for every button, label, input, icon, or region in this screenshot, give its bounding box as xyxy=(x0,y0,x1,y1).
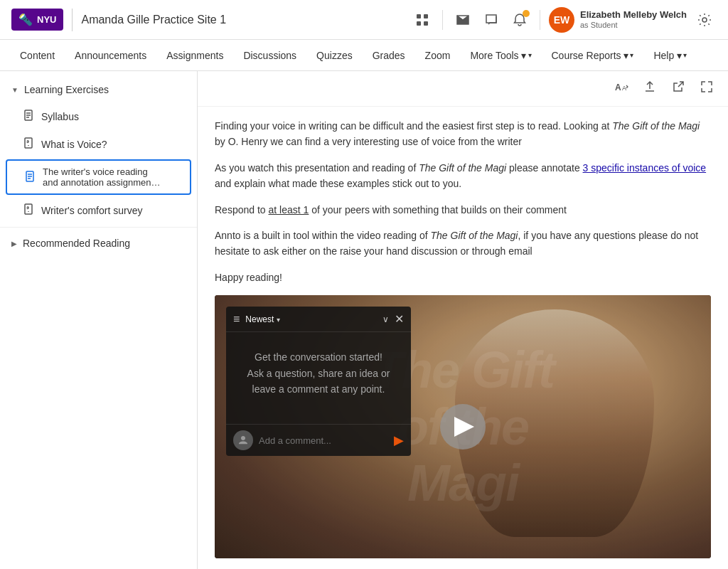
italic-2: The Gift of the Magi xyxy=(419,162,506,174)
sidebar-item-writers-voice[interactable]: The writer's voice readingand annotation… xyxy=(6,159,191,195)
svg-rect-6 xyxy=(25,138,32,148)
sidebar-item-comfort-survey[interactable]: Writer's comfort survey xyxy=(0,196,197,224)
sidebar-item-what-is-voice[interactable]: What is Voice? xyxy=(0,130,197,158)
user-avatar-icon xyxy=(237,434,250,447)
user-role: as Student xyxy=(580,21,687,30)
comments-header: ≡ Newest ▾ ∨ ✕ xyxy=(226,307,411,332)
grid-icon-button[interactable] xyxy=(411,9,434,31)
paragraph-2: As you watch this presentation and readi… xyxy=(215,160,711,192)
user-name: Elizabeth Melleby Welch xyxy=(580,9,687,21)
upload-icon-button[interactable] xyxy=(640,77,660,100)
svg-rect-1 xyxy=(424,14,428,18)
nav-more-tools[interactable]: More Tools ▾ xyxy=(461,40,540,71)
upload-icon xyxy=(643,80,657,94)
nyu-torch-icon: 🔦 xyxy=(18,13,33,26)
paragraph-5: Happy reading! xyxy=(215,270,711,285)
external-link-icon-button[interactable] xyxy=(668,77,688,100)
comments-body: Get the conversation started!Ask a quest… xyxy=(226,332,411,424)
chat-icon-button[interactable] xyxy=(480,9,503,31)
nyu-logo-text: NYU xyxy=(37,14,56,25)
nav-assignments[interactable]: Assignments xyxy=(158,40,232,71)
paragraph-3: Respond to at least 1 of your peers with… xyxy=(215,202,711,218)
comments-placeholder: Get the conversation started!Ask a quest… xyxy=(237,349,400,397)
fullscreen-icon-button[interactable] xyxy=(697,77,717,100)
nav-grades[interactable]: Grades xyxy=(364,40,414,71)
hamburger-icon: ≡ xyxy=(233,313,240,326)
fullscreen-icon xyxy=(700,80,714,94)
sort-dropdown-icon: ▾ xyxy=(277,316,280,324)
comments-header-left: ≡ Newest ▾ xyxy=(233,313,280,326)
sidebar-item-label-comfort-survey: Writer's comfort survey xyxy=(41,205,142,216)
content-body: Finding your voice in writing can be dif… xyxy=(198,107,728,569)
nyu-logo: 🔦 NYU xyxy=(11,9,63,31)
svg-text:A: A xyxy=(622,85,626,92)
play-triangle-icon xyxy=(454,417,474,437)
expand-arrow-icon: ▶ xyxy=(11,240,17,248)
text-size-icon: A A xyxy=(614,80,628,94)
nav-announcements[interactable]: Announcements xyxy=(66,40,155,71)
svg-rect-2 xyxy=(417,21,421,26)
comments-overlay: ≡ Newest ▾ ∨ ✕ xyxy=(226,307,411,456)
nav-zoom[interactable]: Zoom xyxy=(417,40,459,71)
avatar: EW xyxy=(549,7,574,33)
newest-sort-button[interactable]: Newest ▾ xyxy=(245,314,279,324)
svg-rect-8 xyxy=(25,204,32,214)
comment-input-field[interactable] xyxy=(259,435,388,446)
top-bar-left: 🔦 NYU Amanda Gille Practice Site 1 xyxy=(11,9,226,31)
doc-icon xyxy=(23,110,34,123)
chat-icon xyxy=(484,13,498,27)
comfort-survey-icon xyxy=(23,203,34,215)
sidebar-item-label-voice: What is Voice? xyxy=(41,139,107,150)
mail-icon-button[interactable] xyxy=(451,9,474,31)
collapse-arrow-icon: ▼ xyxy=(11,86,18,94)
comment-send-button[interactable]: ▶ xyxy=(394,432,404,448)
settings-icon-button[interactable] xyxy=(692,8,717,32)
svg-rect-0 xyxy=(417,14,421,18)
newest-label: Newest xyxy=(245,314,274,324)
quiz-icon xyxy=(23,137,34,151)
italic-3: The Gift of the Magi xyxy=(431,230,518,241)
nav-quizzes[interactable]: Quizzes xyxy=(308,40,361,71)
top-bar-right: EW Elizabeth Melleby Welch as Student xyxy=(411,7,717,33)
nav-help[interactable]: Help ▾ xyxy=(645,40,695,71)
sidebar-item-syllabus[interactable]: Syllabus xyxy=(0,102,197,130)
sidebar-section-recommended-reading[interactable]: ▶ Recommended Reading xyxy=(0,230,197,256)
video-background: The Giftof theMagi ≡ Newest xyxy=(215,295,711,558)
assignment-doc-icon xyxy=(24,171,36,184)
nav-bar: Content Announcements Assignments Discus… xyxy=(0,40,728,71)
paragraph-4: Annto is a built in tool within the vide… xyxy=(215,228,711,260)
notification-badge xyxy=(523,10,530,17)
italic-1: The Gift of the Magi xyxy=(612,120,700,132)
comments-header-right: ∨ ✕ xyxy=(382,312,404,326)
content-area: A A Find xyxy=(198,71,728,569)
content-toolbar: A A xyxy=(198,71,728,107)
what-is-voice-icon xyxy=(23,137,34,149)
sidebar-section-learning-exercises[interactable]: ▼ Learning Exercises xyxy=(0,77,197,102)
sidebar: ▼ Learning Exercises Syllabus What is Vo… xyxy=(0,71,198,569)
top-bar-divider xyxy=(72,9,73,31)
external-link-icon xyxy=(671,80,685,94)
nav-content[interactable]: Content xyxy=(11,40,63,71)
nav-discussions[interactable]: Discussions xyxy=(235,40,305,71)
grid-icon xyxy=(415,13,429,27)
sidebar-section-label-reading: Recommended Reading xyxy=(23,238,130,249)
sidebar-item-label-writers-voice: The writer's voice readingand annotation… xyxy=(43,166,161,188)
play-button[interactable] xyxy=(440,404,486,450)
text-size-icon-button[interactable]: A A xyxy=(611,77,631,100)
site-title: Amanda Gille Practice Site 1 xyxy=(81,14,226,26)
avatar-initials: EW xyxy=(554,14,570,26)
syllabus-doc-icon xyxy=(23,110,34,121)
notification-wrap xyxy=(508,9,531,31)
top-bar: 🔦 NYU Amanda Gille Practice Site 1 xyxy=(0,0,728,40)
mail-icon xyxy=(456,13,470,27)
nav-course-reports[interactable]: Course Reports ▾ xyxy=(543,40,643,71)
paragraph-1: Finding your voice in writing can be dif… xyxy=(215,118,711,150)
close-comments-button[interactable]: ✕ xyxy=(395,312,404,326)
comment-avatar xyxy=(233,430,253,450)
collapse-comments-button[interactable]: ∨ xyxy=(382,314,389,324)
svg-point-4 xyxy=(702,18,707,22)
annotate-link[interactable]: 3 specific instances of voice xyxy=(583,162,707,174)
icon-divider-1 xyxy=(442,10,443,30)
user-info: Elizabeth Melleby Welch as Student xyxy=(580,9,687,30)
sidebar-divider xyxy=(0,227,197,228)
